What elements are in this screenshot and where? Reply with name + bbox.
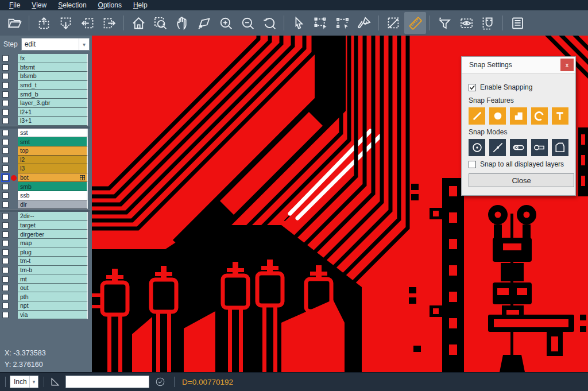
layer-label[interactable]: out — [18, 284, 88, 293]
unit-dropdown[interactable]: Inch ▾ — [10, 375, 38, 388]
layer-visibility-checkbox[interactable] — [2, 175, 9, 181]
pan-hand-icon[interactable] — [171, 12, 193, 34]
layer-visibility-checkbox[interactable] — [2, 258, 9, 264]
layer-label[interactable]: dirgerber — [18, 230, 88, 239]
layer-label[interactable]: map — [18, 239, 88, 248]
layer-visibility-checkbox[interactable] — [2, 276, 9, 282]
menu-options[interactable]: Options — [92, 1, 127, 10]
menu-file[interactable]: File — [3, 1, 26, 10]
layer-visibility-checkbox[interactable] — [2, 91, 9, 98]
step-dropdown[interactable]: edit ▾ — [21, 38, 90, 51]
select-path-icon[interactable] — [331, 12, 353, 34]
zoom-previous-icon[interactable] — [258, 12, 280, 34]
layer-visibility-checkbox[interactable] — [2, 267, 9, 273]
select-rect-icon[interactable] — [310, 12, 331, 34]
home-icon[interactable] — [127, 12, 149, 34]
snap-line-icon[interactable] — [469, 107, 485, 125]
snap-slot-center-icon[interactable] — [510, 139, 527, 156]
layer-label[interactable]: smd_t — [18, 81, 88, 90]
layer-visibility-checkbox[interactable] — [2, 130, 9, 136]
pan-left-icon[interactable] — [76, 12, 98, 34]
zoom-out-icon[interactable] — [237, 12, 258, 34]
layer-visibility-checkbox[interactable] — [2, 139, 9, 145]
layer-visibility-checkbox[interactable] — [2, 148, 9, 154]
layer-label[interactable]: dir — [18, 200, 88, 210]
layer-label[interactable]: tm-b — [18, 266, 88, 275]
close-icon[interactable]: x — [560, 59, 574, 71]
angle-measure-icon[interactable] — [49, 376, 61, 388]
snap-text-icon[interactable] — [552, 107, 568, 125]
enable-snapping-checkbox[interactable]: Enable Snapping — [469, 83, 568, 91]
layer-visibility-checkbox[interactable] — [2, 294, 9, 300]
layers-form-icon[interactable] — [506, 12, 528, 34]
layer-label[interactable]: l3+1 — [18, 117, 88, 126]
layer-visibility-checkbox[interactable] — [2, 222, 9, 229]
command-input[interactable] — [65, 375, 149, 388]
layer-label[interactable]: mt — [18, 274, 88, 284]
layer-visibility-checkbox[interactable] — [2, 202, 9, 208]
snap-circle-icon[interactable] — [489, 107, 506, 125]
display-eye-icon[interactable] — [455, 12, 477, 34]
layer-visibility-checkbox[interactable] — [2, 82, 9, 88]
layer-label[interactable]: sst — [18, 129, 88, 138]
zoom-area-icon[interactable] — [149, 12, 171, 34]
close-button[interactable]: Close — [469, 173, 574, 187]
layer-label[interactable]: smd_b — [18, 90, 88, 99]
layer-visibility-checkbox[interactable] — [2, 64, 9, 71]
layer-visibility-checkbox[interactable] — [2, 109, 9, 115]
layer-visibility-checkbox[interactable] — [2, 184, 9, 190]
pan-down-icon[interactable] — [55, 12, 76, 34]
pan-right-icon[interactable] — [98, 12, 120, 34]
layer-label[interactable]: l3 — [18, 164, 88, 173]
clean-brush-icon[interactable] — [353, 12, 375, 34]
snap-all-layers-checkbox[interactable]: Snap to all displayed layers — [469, 160, 568, 168]
ruler-icon[interactable] — [404, 12, 426, 34]
layer-visibility-checkbox[interactable] — [2, 303, 9, 309]
layer-visibility-checkbox[interactable] — [2, 249, 9, 255]
layer-visibility-checkbox[interactable] — [2, 157, 9, 163]
layer-visibility-checkbox[interactable] — [2, 73, 9, 79]
select-cursor-icon[interactable] — [288, 12, 310, 34]
menu-help[interactable]: Help — [127, 1, 153, 10]
layer-label[interactable]: bfsmb — [18, 72, 88, 81]
layer-visibility-checkbox[interactable] — [2, 55, 9, 61]
layer-label[interactable]: bot — [18, 173, 88, 183]
layer-visibility-checkbox[interactable] — [2, 285, 9, 291]
snap-center-icon[interactable] — [469, 139, 485, 156]
layer-label[interactable]: plug — [18, 247, 88, 257]
layer-label[interactable]: via — [18, 311, 88, 320]
layer-label[interactable]: layer_3.gbr — [18, 99, 88, 108]
snap-icon[interactable] — [477, 12, 499, 34]
layer-visibility-checkbox[interactable] — [2, 192, 9, 199]
snap-slot-outline-icon[interactable] — [531, 139, 548, 156]
layer-visibility-checkbox[interactable] — [2, 118, 9, 124]
layer-label[interactable]: l2 — [18, 156, 88, 165]
open-folder-icon[interactable] — [3, 12, 25, 34]
layer-visibility-checkbox[interactable] — [2, 312, 9, 318]
layer-label[interactable]: bfsmt — [18, 63, 88, 72]
layer-label[interactable]: smb — [18, 182, 88, 191]
layer-label[interactable]: target — [18, 221, 88, 230]
layer-visibility-checkbox[interactable] — [2, 100, 9, 106]
snap-polygon-icon[interactable] — [552, 139, 568, 156]
menu-selection[interactable]: Selection — [52, 1, 92, 10]
layer-label[interactable]: fx — [18, 54, 88, 63]
layer-visibility-checkbox[interactable] — [2, 165, 9, 172]
snap-midpoint-icon[interactable] — [489, 139, 506, 156]
layer-label[interactable]: top — [18, 146, 88, 156]
apply-check-icon[interactable] — [155, 377, 165, 387]
zoom-in-icon[interactable] — [215, 12, 237, 34]
menu-view[interactable]: View — [26, 1, 52, 10]
measure-line-icon[interactable] — [382, 12, 404, 34]
layer-label[interactable]: tm-t — [18, 257, 88, 266]
layer-label[interactable]: npt — [18, 301, 88, 311]
layer-label[interactable]: 2dir-- — [18, 212, 88, 221]
layer-visibility-checkbox[interactable] — [2, 231, 9, 238]
layer-label[interactable]: ssb — [18, 191, 88, 200]
layer-visibility-checkbox[interactable] — [2, 213, 9, 219]
layer-label[interactable]: l2+1 — [18, 108, 88, 117]
snap-arc-icon[interactable] — [531, 107, 548, 125]
layer-label[interactable]: smt — [18, 137, 88, 146]
zoom-shape-icon[interactable] — [193, 12, 215, 34]
filter-icon[interactable] — [434, 12, 455, 34]
